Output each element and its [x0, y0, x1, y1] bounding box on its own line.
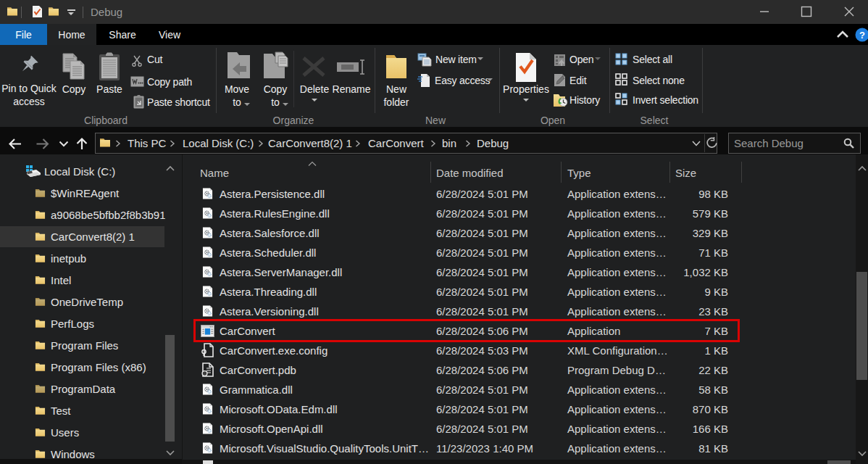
svg-text:?: ?: [859, 30, 865, 41]
